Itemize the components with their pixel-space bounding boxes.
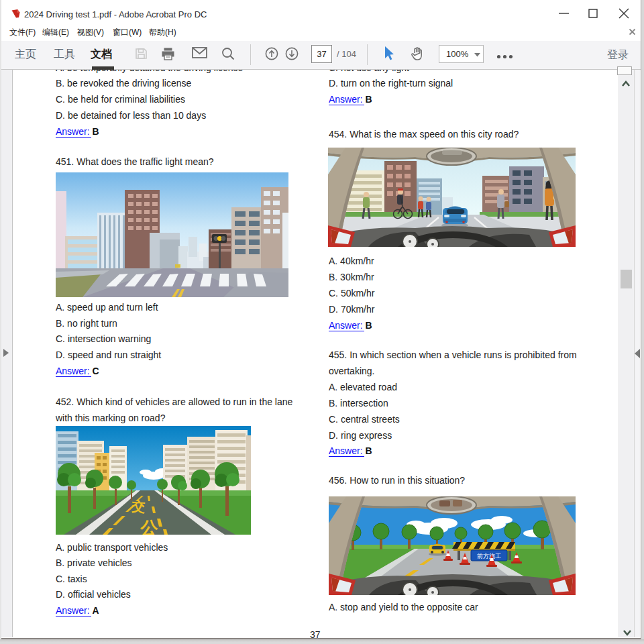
q455-question-line1: 455. In which section when a vehicle run…: [329, 350, 577, 361]
next-page-icon[interactable]: [285, 47, 299, 60]
toolbar: 主页 工具 文档 37 / 104 100%: [0, 41, 644, 70]
q451-option-c: C. intersection warning: [56, 333, 151, 345]
q456-sign-text: 前方施工: [477, 553, 501, 559]
q456-image-driver-view-construction: 前方施工: [329, 496, 576, 595]
left-panel-expand-icon[interactable]: [3, 349, 9, 357]
titlebar: 2024 Driving test 1.pdf - Adobe Acrobat …: [0, 0, 644, 25]
q455-option-b: B. intersection: [329, 398, 388, 409]
print-icon[interactable]: [161, 47, 175, 61]
q455-option-a: A. elevated road: [329, 382, 397, 393]
menu-edit[interactable]: 编辑(E): [42, 27, 69, 38]
right-panel-expand-icon[interactable]: [635, 349, 640, 358]
q454-question: 454. What is the max speed on this city …: [329, 129, 519, 140]
search-icon[interactable]: [221, 47, 235, 60]
toolbar-separator-2: [367, 44, 368, 65]
q450-option-d: D. be detained for less than 10 days: [56, 110, 206, 121]
q454-answer: Answer:B: [329, 320, 372, 331]
q452-image-bus-lane: 交 公: [56, 426, 251, 535]
q454-option-d: D. 70km/hr: [329, 304, 374, 315]
previous-page-icon[interactable]: [265, 47, 278, 60]
q454-option-c: C. 50km/hr: [329, 288, 374, 299]
q450-option-b: B. be revoked the driving license: [56, 78, 191, 89]
q452-answer: Answer:A: [56, 605, 99, 616]
q456-option-a: A. stop and yield to the opposite car: [329, 602, 478, 613]
q452-question-line2: with this marking on road?: [56, 413, 165, 424]
scroll-down-icon[interactable]: [623, 629, 632, 637]
pdf-app-icon: [11, 9, 21, 19]
q454-option-b: B. 30km/hr: [329, 272, 374, 283]
menubar: 文件(F) 编辑(E) 视图(V) 窗口(W) 帮助(H): [0, 25, 644, 41]
tab-home[interactable]: 主页: [15, 48, 36, 62]
q452-question-line1: 452. Which kind of vehicles are allowed …: [56, 396, 292, 408]
active-tab-underline: [92, 66, 114, 70]
q456-question: 456. How to run in this situation?: [329, 475, 465, 486]
q454-answer-link[interactable]: Answer:: [329, 320, 364, 331]
q450-answer-link[interactable]: Answer:: [56, 126, 91, 138]
zoom-dropdown-arrow-icon[interactable]: [474, 53, 480, 57]
q455-answer: Answer:B: [329, 445, 372, 457]
q455-option-c: C. central streets: [329, 414, 400, 425]
q452-option-a: A. public transport vehicles: [56, 542, 168, 553]
save-icon[interactable]: [135, 47, 148, 60]
page-total-label: / 104: [337, 49, 356, 59]
menu-view[interactable]: 视图(V): [77, 27, 104, 38]
q451-image-city-intersection: [56, 172, 288, 297]
q452-road-marking-bottom: 公: [140, 517, 160, 535]
tab-tools[interactable]: 工具: [54, 48, 75, 62]
select-tool-icon[interactable]: [383, 46, 395, 62]
overflow-menu-icon[interactable]: [496, 50, 514, 62]
scroll-up-icon[interactable]: [621, 80, 631, 88]
menu-window[interactable]: 窗口(W): [113, 27, 142, 38]
q454-option-a: A. 40km/hr: [329, 256, 374, 267]
toolbar-separator-1: [250, 44, 251, 65]
scrollbar-top-box: [617, 66, 632, 75]
maximize-button[interactable]: [579, 0, 609, 25]
window-border-left: [0, 0, 1, 644]
q450-option-c: C. be held for criminal liabilities: [56, 94, 185, 105]
q452-answer-link[interactable]: Answer:: [56, 605, 91, 616]
window-border-right: [641, 0, 644, 644]
page-number-input[interactable]: 37: [311, 45, 332, 63]
scrollbar-thumb[interactable]: [621, 270, 632, 288]
q455-answer-link[interactable]: Answer:: [329, 445, 364, 457]
q451-option-d: D. speed and run straight: [56, 350, 161, 361]
sign-in-button[interactable]: 登录: [607, 48, 629, 62]
window-border-bottom: [0, 639, 644, 644]
hand-tool-icon[interactable]: [410, 46, 425, 62]
q451-option-a: A. speed up and turn left: [56, 302, 158, 313]
q453-option-d: D. turn on the right-turn signal: [329, 78, 453, 89]
q453-answer-link[interactable]: Answer:: [329, 94, 364, 105]
q451-option-b: B. no right turn: [56, 318, 117, 329]
tab-document[interactable]: 文档: [91, 48, 112, 62]
menu-help[interactable]: 帮助(H): [149, 27, 176, 38]
document-close-icon[interactable]: [629, 28, 636, 36]
menu-file[interactable]: 文件(F): [9, 27, 36, 38]
q452-option-d: D. official vehicles: [56, 589, 131, 600]
close-button[interactable]: [609, 0, 639, 25]
q452-road-marking-top: 交: [131, 498, 146, 514]
q451-answer-link[interactable]: Answer:: [56, 366, 91, 377]
minimize-button[interactable]: [549, 0, 579, 25]
zoom-control[interactable]: 100%: [439, 45, 484, 63]
q452-option-b: B. private vehicles: [56, 557, 132, 569]
q451-question: 451. What does the traffic light mean?: [56, 156, 214, 168]
q455-option-d: D. ring express: [329, 430, 392, 441]
q450-answer: Answer:B: [56, 126, 99, 138]
email-icon[interactable]: [192, 47, 207, 58]
q452-option-c: C. taxis: [56, 574, 87, 585]
q451-answer: Answer:C: [56, 366, 99, 377]
window-title: 2024 Driving test 1.pdf - Adobe Acrobat …: [24, 9, 207, 19]
vertical-scrollbar[interactable]: [619, 70, 634, 637]
q455-question-line2: overtaking.: [329, 366, 374, 377]
q453-answer: Answer:B: [329, 94, 372, 105]
q454-image-driver-view-city: [328, 148, 576, 247]
zoom-value: 100%: [446, 49, 468, 59]
